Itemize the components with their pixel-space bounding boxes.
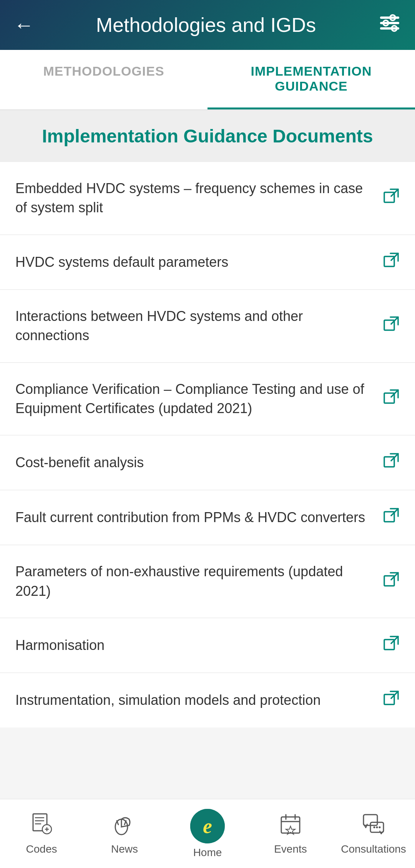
- document-title: Embedded HVDC systems – frequency scheme…: [15, 179, 383, 218]
- external-link-icon: [383, 690, 400, 711]
- document-title: HVDC systems default parameters: [15, 253, 383, 272]
- list-item[interactable]: Cost-benefit analysis: [0, 435, 415, 490]
- external-link-icon: [383, 316, 400, 336]
- back-button[interactable]: ←: [14, 15, 34, 35]
- nav-item-codes[interactable]: Codes: [0, 799, 83, 868]
- tab-implementation-guidance[interactable]: IMPLEMENTATION GUIDANCE: [208, 50, 415, 109]
- news-icon: [113, 812, 136, 840]
- external-link-icon: [383, 507, 400, 528]
- document-title: Harmonisation: [15, 636, 383, 655]
- document-title: Parameters of non-exhaustive requirement…: [15, 562, 383, 601]
- svg-point-43: [374, 826, 375, 828]
- svg-line-36: [124, 821, 126, 825]
- nav-item-home[interactable]: e Home: [166, 799, 249, 868]
- page-title: Methodologies and IGDs: [34, 13, 378, 36]
- svg-line-35: [117, 821, 118, 825]
- document-list: Embedded HVDC systems – frequency scheme…: [0, 162, 415, 727]
- external-link-icon: [383, 452, 400, 473]
- list-item[interactable]: Fault current contribution from PPMs & H…: [0, 490, 415, 545]
- nav-item-news[interactable]: News: [83, 799, 166, 868]
- external-link-icon: [383, 635, 400, 656]
- events-label: Events: [274, 843, 307, 855]
- external-link-icon: [383, 389, 400, 409]
- list-item[interactable]: Harmonisation: [0, 618, 415, 673]
- svg-point-2: [392, 17, 394, 19]
- nav-item-events[interactable]: Events: [249, 799, 332, 868]
- external-link-icon: [383, 252, 400, 273]
- home-label: Home: [193, 847, 222, 859]
- list-item[interactable]: Interactions between HVDC systems and ot…: [0, 290, 415, 363]
- list-item[interactable]: Instrumentation, simulation models and p…: [0, 673, 415, 727]
- tab-methodologies[interactable]: METHODOLOGIES: [0, 50, 208, 109]
- bottom-navigation: Codes News e Home: [0, 799, 415, 868]
- list-item[interactable]: Embedded HVDC systems – frequency scheme…: [0, 162, 415, 235]
- svg-point-45: [379, 826, 381, 828]
- section-header: Implementation Guidance Documents: [0, 110, 415, 162]
- document-title: Instrumentation, simulation models and p…: [15, 691, 383, 710]
- settings-button[interactable]: [378, 13, 401, 36]
- svg-rect-37: [281, 817, 300, 833]
- codes-label: Codes: [26, 843, 57, 855]
- consultations-icon: [362, 812, 385, 840]
- codes-icon: [30, 812, 53, 840]
- section-title: Implementation Guidance Documents: [42, 126, 373, 146]
- document-title: Cost-benefit analysis: [15, 453, 383, 472]
- list-item[interactable]: Parameters of non-exhaustive requirement…: [0, 545, 415, 618]
- svg-point-44: [376, 826, 378, 828]
- list-item[interactable]: HVDC systems default parameters: [0, 235, 415, 290]
- document-title: Compliance Verification – Compliance Tes…: [15, 380, 383, 418]
- settings-icon: [378, 13, 401, 33]
- home-icon: e: [190, 809, 225, 843]
- svg-point-8: [393, 27, 395, 30]
- news-label: News: [111, 843, 138, 855]
- nav-item-consultations[interactable]: Consultations: [332, 799, 415, 868]
- document-title: Interactions between HVDC systems and ot…: [15, 307, 383, 346]
- external-link-icon: [383, 188, 400, 208]
- consultations-label: Consultations: [341, 843, 406, 855]
- svg-point-5: [385, 22, 387, 24]
- document-title: Fault current contribution from PPMs & H…: [15, 508, 383, 527]
- tab-bar: METHODOLOGIES IMPLEMENTATION GUIDANCE: [0, 50, 415, 110]
- events-icon: [279, 812, 302, 840]
- list-item[interactable]: Compliance Verification – Compliance Tes…: [0, 363, 415, 436]
- app-header: ← Methodologies and IGDs: [0, 0, 415, 50]
- external-link-icon: [383, 571, 400, 592]
